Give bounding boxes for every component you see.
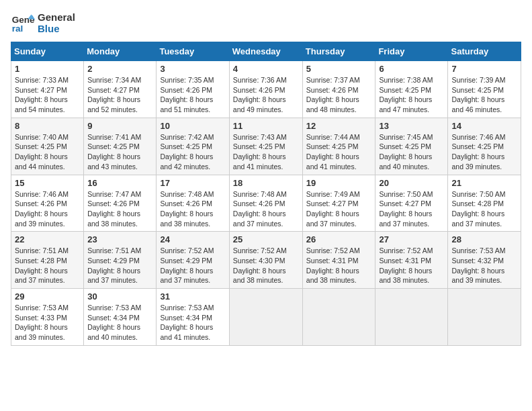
col-header-friday: Friday xyxy=(375,42,448,61)
calendar-table: SundayMondayTuesdayWednesdayThursdayFrid… xyxy=(11,42,521,346)
col-header-thursday: Thursday xyxy=(302,42,375,61)
day-detail: Sunrise: 7:36 AM Sunset: 4:26 PM Dayligh… xyxy=(233,75,299,115)
day-number: 31 xyxy=(160,291,225,302)
day-detail: Sunrise: 7:52 AM Sunset: 4:31 PM Dayligh… xyxy=(306,246,372,285)
day-cell: 4Sunrise: 7:36 AM Sunset: 4:26 PM Daylig… xyxy=(229,61,302,118)
day-cell: 22Sunrise: 7:51 AM Sunset: 4:28 PM Dayli… xyxy=(11,232,84,289)
day-number: 27 xyxy=(379,234,444,244)
week-row-4: 22Sunrise: 7:51 AM Sunset: 4:28 PM Dayli… xyxy=(11,232,521,289)
day-cell: 14Sunrise: 7:46 AM Sunset: 4:25 PM Dayli… xyxy=(448,118,521,175)
day-number: 12 xyxy=(306,121,372,131)
day-number: 13 xyxy=(379,121,444,131)
day-cell: 5Sunrise: 7:37 AM Sunset: 4:26 PM Daylig… xyxy=(302,61,375,118)
day-number: 29 xyxy=(15,291,80,302)
day-detail: Sunrise: 7:48 AM Sunset: 4:26 PM Dayligh… xyxy=(160,189,225,229)
day-detail: Sunrise: 7:40 AM Sunset: 4:25 PM Dayligh… xyxy=(15,132,80,172)
day-number: 2 xyxy=(87,64,152,74)
day-detail: Sunrise: 7:34 AM Sunset: 4:27 PM Dayligh… xyxy=(87,75,152,115)
day-number: 24 xyxy=(160,234,225,244)
day-cell: 17Sunrise: 7:48 AM Sunset: 4:26 PM Dayli… xyxy=(157,175,229,232)
day-number: 30 xyxy=(87,291,152,302)
day-number: 16 xyxy=(87,178,152,188)
day-detail: Sunrise: 7:35 AM Sunset: 4:26 PM Dayligh… xyxy=(160,75,225,115)
day-number: 19 xyxy=(306,178,372,188)
day-number: 21 xyxy=(451,178,517,188)
day-detail: Sunrise: 7:39 AM Sunset: 4:25 PM Dayligh… xyxy=(451,75,517,115)
day-cell: 24Sunrise: 7:52 AM Sunset: 4:29 PM Dayli… xyxy=(157,232,229,289)
day-detail: Sunrise: 7:38 AM Sunset: 4:25 PM Dayligh… xyxy=(379,75,444,115)
day-number: 3 xyxy=(160,64,225,74)
day-number: 18 xyxy=(233,178,299,188)
day-number: 25 xyxy=(233,234,299,244)
col-header-monday: Monday xyxy=(84,42,157,61)
week-row-1: 1Sunrise: 7:33 AM Sunset: 4:27 PM Daylig… xyxy=(11,61,521,118)
day-cell: 16Sunrise: 7:47 AM Sunset: 4:26 PM Dayli… xyxy=(84,175,157,232)
day-detail: Sunrise: 7:52 AM Sunset: 4:29 PM Dayligh… xyxy=(160,246,225,285)
day-detail: Sunrise: 7:52 AM Sunset: 4:30 PM Dayligh… xyxy=(233,246,299,285)
logo-text-general: General xyxy=(38,11,75,23)
day-detail: Sunrise: 7:51 AM Sunset: 4:28 PM Dayligh… xyxy=(15,246,80,285)
day-number: 9 xyxy=(87,121,152,131)
day-detail: Sunrise: 7:46 AM Sunset: 4:25 PM Dayligh… xyxy=(451,132,517,172)
day-cell: 3Sunrise: 7:35 AM Sunset: 4:26 PM Daylig… xyxy=(157,61,229,118)
day-detail: Sunrise: 7:53 AM Sunset: 4:33 PM Dayligh… xyxy=(15,303,80,342)
day-cell xyxy=(302,289,375,346)
day-number: 11 xyxy=(233,121,299,131)
day-detail: Sunrise: 7:42 AM Sunset: 4:25 PM Dayligh… xyxy=(160,132,225,172)
day-cell: 31Sunrise: 7:53 AM Sunset: 4:34 PM Dayli… xyxy=(157,289,229,346)
day-number: 4 xyxy=(233,64,299,74)
day-detail: Sunrise: 7:48 AM Sunset: 4:26 PM Dayligh… xyxy=(233,189,299,229)
day-detail: Sunrise: 7:45 AM Sunset: 4:25 PM Dayligh… xyxy=(379,132,444,172)
day-cell: 19Sunrise: 7:49 AM Sunset: 4:27 PM Dayli… xyxy=(302,175,375,232)
day-cell: 28Sunrise: 7:53 AM Sunset: 4:32 PM Dayli… xyxy=(448,232,521,289)
day-cell: 9Sunrise: 7:41 AM Sunset: 4:25 PM Daylig… xyxy=(84,118,157,175)
day-cell: 12Sunrise: 7:44 AM Sunset: 4:25 PM Dayli… xyxy=(302,118,375,175)
logo-icon: Gene ral xyxy=(11,11,35,35)
day-detail: Sunrise: 7:50 AM Sunset: 4:28 PM Dayligh… xyxy=(451,189,517,229)
day-detail: Sunrise: 7:37 AM Sunset: 4:26 PM Dayligh… xyxy=(306,75,372,115)
day-cell: 7Sunrise: 7:39 AM Sunset: 4:25 PM Daylig… xyxy=(448,61,521,118)
day-detail: Sunrise: 7:46 AM Sunset: 4:26 PM Dayligh… xyxy=(15,189,80,229)
day-number: 23 xyxy=(87,234,152,244)
day-cell: 20Sunrise: 7:50 AM Sunset: 4:27 PM Dayli… xyxy=(375,175,448,232)
day-cell: 10Sunrise: 7:42 AM Sunset: 4:25 PM Dayli… xyxy=(157,118,229,175)
day-number: 6 xyxy=(379,64,444,74)
day-cell: 18Sunrise: 7:48 AM Sunset: 4:26 PM Dayli… xyxy=(229,175,302,232)
day-detail: Sunrise: 7:33 AM Sunset: 4:27 PM Dayligh… xyxy=(15,75,80,115)
day-number: 22 xyxy=(15,234,80,244)
logo-text-blue: Blue xyxy=(38,23,75,34)
day-cell: 21Sunrise: 7:50 AM Sunset: 4:28 PM Dayli… xyxy=(448,175,521,232)
day-number: 28 xyxy=(451,234,517,244)
day-cell: 11Sunrise: 7:43 AM Sunset: 4:25 PM Dayli… xyxy=(229,118,302,175)
day-number: 17 xyxy=(160,178,225,188)
day-detail: Sunrise: 7:50 AM Sunset: 4:27 PM Dayligh… xyxy=(379,189,444,229)
col-header-saturday: Saturday xyxy=(448,42,521,61)
week-row-2: 8Sunrise: 7:40 AM Sunset: 4:25 PM Daylig… xyxy=(11,118,521,175)
col-header-wednesday: Wednesday xyxy=(229,42,302,61)
day-cell: 2Sunrise: 7:34 AM Sunset: 4:27 PM Daylig… xyxy=(84,61,157,118)
logo: Gene ral General Blue xyxy=(11,11,75,35)
day-cell: 6Sunrise: 7:38 AM Sunset: 4:25 PM Daylig… xyxy=(375,61,448,118)
day-cell: 27Sunrise: 7:52 AM Sunset: 4:31 PM Dayli… xyxy=(375,232,448,289)
day-detail: Sunrise: 7:53 AM Sunset: 4:34 PM Dayligh… xyxy=(87,303,152,342)
day-cell: 29Sunrise: 7:53 AM Sunset: 4:33 PM Dayli… xyxy=(11,289,84,346)
day-cell: 30Sunrise: 7:53 AM Sunset: 4:34 PM Dayli… xyxy=(84,289,157,346)
week-row-5: 29Sunrise: 7:53 AM Sunset: 4:33 PM Dayli… xyxy=(11,289,521,346)
day-cell: 15Sunrise: 7:46 AM Sunset: 4:26 PM Dayli… xyxy=(11,175,84,232)
day-detail: Sunrise: 7:53 AM Sunset: 4:32 PM Dayligh… xyxy=(451,246,517,285)
day-cell: 26Sunrise: 7:52 AM Sunset: 4:31 PM Dayli… xyxy=(302,232,375,289)
day-cell: 23Sunrise: 7:51 AM Sunset: 4:29 PM Dayli… xyxy=(84,232,157,289)
day-number: 26 xyxy=(306,234,372,244)
day-detail: Sunrise: 7:47 AM Sunset: 4:26 PM Dayligh… xyxy=(87,189,152,229)
day-detail: Sunrise: 7:41 AM Sunset: 4:25 PM Dayligh… xyxy=(87,132,152,172)
day-detail: Sunrise: 7:53 AM Sunset: 4:34 PM Dayligh… xyxy=(160,303,225,342)
day-number: 10 xyxy=(160,121,225,131)
day-cell xyxy=(229,289,302,346)
day-number: 5 xyxy=(306,64,372,74)
day-detail: Sunrise: 7:52 AM Sunset: 4:31 PM Dayligh… xyxy=(379,246,444,285)
day-number: 1 xyxy=(15,64,80,74)
day-cell: 8Sunrise: 7:40 AM Sunset: 4:25 PM Daylig… xyxy=(11,118,84,175)
page-header: Gene ral General Blue xyxy=(11,11,521,35)
day-detail: Sunrise: 7:44 AM Sunset: 4:25 PM Dayligh… xyxy=(306,132,372,172)
day-cell xyxy=(375,289,448,346)
